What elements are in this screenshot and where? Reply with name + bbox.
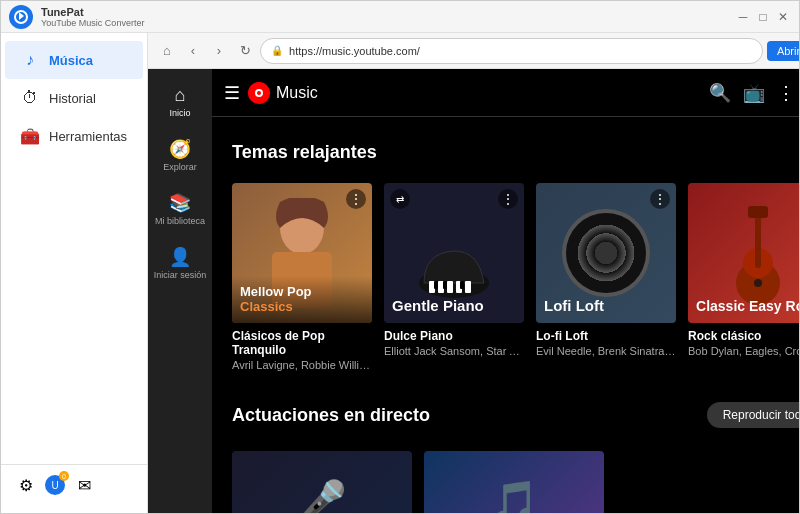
- user-avatar[interactable]: U 0: [45, 475, 65, 495]
- explore-icon: 🧭: [169, 138, 191, 160]
- ytm-nav-signin[interactable]: 👤 Iniciar sesión: [148, 238, 212, 288]
- card-mellow-title: Mellow Pop Classics: [240, 284, 364, 315]
- ytm-logo-svg: [248, 82, 270, 104]
- ytm-header: ☰ Music 🔍: [212, 69, 799, 117]
- piano-svg: [414, 243, 494, 303]
- card-rock-title-overlay: Classic Easy Rock: [696, 297, 799, 315]
- section2-controls: Reproducir todo + ›: [707, 395, 799, 435]
- card-lofi-info: Lo-fi Loft Evil Needle, Brenk Sinatra, P…: [536, 329, 676, 357]
- card-piano-shuffle[interactable]: ⇄: [390, 189, 410, 209]
- sidebar-item-tools[interactable]: 🧰 Herramientas: [5, 117, 143, 155]
- sidebar: ♪ Música ⏱ Historial 🧰 Herramientas ⚙ U …: [1, 33, 148, 513]
- sidebar-label-music: Música: [49, 53, 93, 68]
- svg-rect-13: [460, 281, 464, 289]
- card-piano-name: Dulce Piano: [384, 329, 524, 343]
- notification-badge: 0: [59, 471, 69, 481]
- card-rock[interactable]: ⋮ Classic Easy Rock Rock clásico Bob Dyl…: [688, 183, 799, 371]
- card-mellow-menu[interactable]: ⋮: [346, 189, 366, 209]
- ytm-logo: Music: [248, 82, 318, 104]
- url-bar[interactable]: 🔒 https://music.youtube.com/: [260, 38, 763, 64]
- open-new-window-button[interactable]: Abrir en una nueva ventana: [767, 41, 799, 61]
- ytm-main: ☰ Music 🔍: [212, 69, 799, 513]
- rock-title-text: Classic Easy Rock: [696, 298, 799, 314]
- card-mellow-img: Mellow Pop Classics ⋮: [232, 183, 372, 323]
- search-icon[interactable]: 🔍: [709, 82, 731, 104]
- sidebar-bottom: ⚙ U 0 ✉: [1, 464, 147, 505]
- home-icon: ⌂: [175, 85, 186, 106]
- window-controls: ─ □ ✕: [735, 9, 791, 25]
- youtube-music-app: ⌂ Inicio 🧭 Explorar 📚 Mi biblioteca 👤 In…: [148, 69, 799, 513]
- live-cards: 🎤 🎵: [232, 451, 799, 513]
- play-all-button[interactable]: Reproducir todo: [707, 402, 799, 428]
- sidebar-label-tools: Herramientas: [49, 129, 127, 144]
- app-logo-icon: [14, 10, 28, 24]
- more-icon[interactable]: ⋮: [777, 82, 795, 104]
- music-icon: ♪: [21, 51, 39, 69]
- back-button[interactable]: ‹: [182, 40, 204, 62]
- svg-rect-8: [447, 281, 453, 293]
- card-piano-info: Dulce Piano Elliott Jack Sansom, Star Ag…: [384, 329, 524, 357]
- forward-button[interactable]: ›: [208, 40, 230, 62]
- home-nav-button[interactable]: ⌂: [156, 40, 178, 62]
- card-piano-desc: Elliott Jack Sansom, Star Age, The Chill…: [384, 345, 524, 357]
- svg-rect-17: [748, 206, 768, 218]
- title-bar: TunePat YouTube Music Converter ─ □ ✕: [1, 1, 799, 33]
- card-rock-img: ⋮ Classic Easy Rock: [688, 183, 799, 323]
- maximize-button[interactable]: □: [755, 9, 771, 25]
- svg-rect-10: [465, 281, 471, 293]
- more-dots-icon2: ⋮: [501, 191, 515, 207]
- reload-button[interactable]: ↻: [234, 40, 256, 62]
- card-piano[interactable]: ⇄ ⋮ Gentle Piano: [384, 183, 524, 371]
- settings-icon[interactable]: ⚙: [17, 476, 35, 494]
- more-dots-icon: ⋮: [349, 191, 363, 207]
- card-mellow-overlay: Mellow Pop Classics: [232, 276, 372, 323]
- card-piano-img: ⇄ ⋮ Gentle Piano: [384, 183, 524, 323]
- cast-icon[interactable]: 📺: [743, 82, 765, 104]
- ytm-nav-home-label: Inicio: [170, 108, 191, 118]
- mail-icon[interactable]: ✉: [75, 476, 93, 494]
- card-rock-name: Rock clásico: [688, 329, 799, 343]
- hamburger-icon[interactable]: ☰: [224, 82, 240, 104]
- svg-point-18: [754, 279, 762, 287]
- close-button[interactable]: ✕: [775, 9, 791, 25]
- card-piano-title-overlay: Gentle Piano: [392, 297, 484, 315]
- piano-title-text: Gentle Piano: [392, 297, 484, 314]
- library-icon: 📚: [169, 192, 191, 214]
- browser-bar: ⌂ ‹ › ↻ 🔒 https://music.youtube.com/ Abr…: [148, 33, 799, 69]
- ytm-nav-home[interactable]: ⌂ Inicio: [148, 77, 212, 126]
- card-lofi[interactable]: ⋮ Lofi Loft Lo-fi Loft Evil Needle, Bren…: [536, 183, 676, 371]
- card-lofi-title-overlay: Lofi Loft: [544, 297, 604, 315]
- live-card-1[interactable]: 🎤: [232, 451, 412, 513]
- music-cards: Mellow Pop Classics ⋮ Clásic: [232, 183, 799, 371]
- title-bar-left: TunePat YouTube Music Converter: [9, 5, 144, 29]
- section1-header: Temas relajantes ‹ ›: [232, 137, 799, 167]
- ytm-nav-library[interactable]: 📚 Mi biblioteca: [148, 184, 212, 234]
- section2-header: Actuaciones en directo Reproducir todo +…: [232, 395, 799, 435]
- browser-area: ⌂ ‹ › ↻ 🔒 https://music.youtube.com/ Abr…: [148, 33, 799, 513]
- live-card-2[interactable]: 🎵: [424, 451, 604, 513]
- ytm-nav-library-label: Mi biblioteca: [155, 216, 205, 226]
- live-person-1: 🎤: [232, 451, 412, 513]
- section2: Actuaciones en directo Reproducir todo +…: [232, 395, 799, 513]
- card-mellow-desc: Avril Lavigne, Robbie Williams, Ed Sheer…: [232, 359, 372, 371]
- more-dots-icon3: ⋮: [653, 191, 667, 207]
- ytm-nav-explore[interactable]: 🧭 Explorar: [148, 130, 212, 180]
- card-lofi-desc: Evil Needle, Brenk Sinatra, Philanthrope…: [536, 345, 676, 357]
- card-mellow[interactable]: Mellow Pop Classics ⋮ Clásic: [232, 183, 372, 371]
- signin-nav-icon: 👤: [169, 246, 191, 268]
- lofi-title-text: Lofi Loft: [544, 297, 604, 314]
- card-rock-info: Rock clásico Bob Dylan, Eagles, Crosby, …: [688, 329, 799, 357]
- minimize-button[interactable]: ─: [735, 9, 751, 25]
- url-text: https://music.youtube.com/: [289, 45, 752, 57]
- lock-icon: 🔒: [271, 45, 283, 56]
- shuffle-icon: ⇄: [396, 194, 404, 205]
- card-lofi-menu[interactable]: ⋮: [650, 189, 670, 209]
- sidebar-item-music[interactable]: ♪ Música: [5, 41, 143, 79]
- sidebar-item-history[interactable]: ⏱ Historial: [5, 79, 143, 117]
- card-piano-menu[interactable]: ⋮: [498, 189, 518, 209]
- card-lofi-name: Lo-fi Loft: [536, 329, 676, 343]
- card-mellow-name: Clásicos de Pop Tranquilo: [232, 329, 372, 357]
- card-mellow-info: Clásicos de Pop Tranquilo Avril Lavigne,…: [232, 329, 372, 371]
- ytm-nav-explore-label: Explorar: [163, 162, 197, 172]
- guitar-svg: [728, 198, 788, 308]
